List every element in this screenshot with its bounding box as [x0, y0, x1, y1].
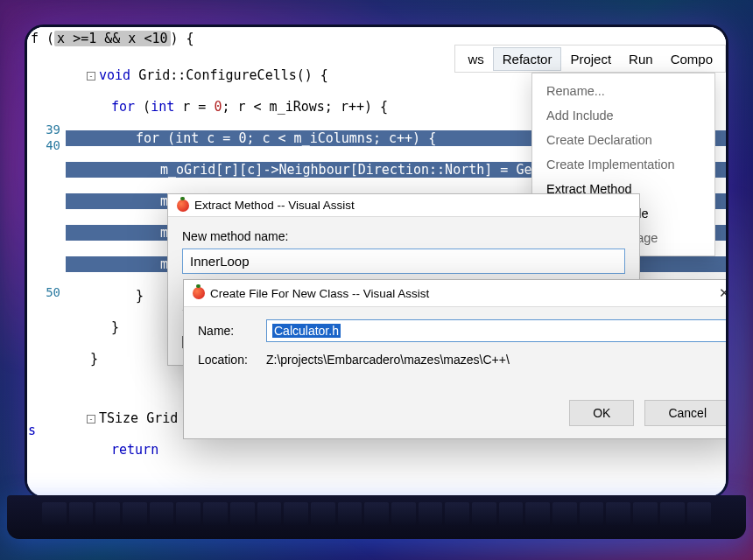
file-name-value: Calculator.h — [272, 324, 341, 338]
create-file-dialog[interactable]: Create File For New Class -- Visual Assi… — [183, 279, 728, 439]
code-text: return — [111, 442, 158, 458]
fold-icon[interactable]: - — [87, 415, 95, 424]
menu-create-declaration[interactable]: Create Declaration — [532, 128, 714, 152]
menu-bar[interactable]: ws Refactor Project Run Compo — [454, 45, 726, 73]
menu-item-run[interactable]: Run — [620, 48, 662, 70]
menu-item-ws[interactable]: ws — [459, 48, 492, 70]
dialog-title-text: Create File For New Class -- Visual Assi… — [210, 287, 429, 300]
line-number: 50 — [27, 284, 60, 300]
tomato-icon — [177, 200, 189, 212]
line-number: 39 — [27, 122, 60, 137]
line-number: 40 — [27, 137, 60, 153]
new-method-label: New method name: — [182, 229, 625, 243]
menu-add-include[interactable]: Add Include — [532, 103, 714, 128]
menu-item-refactor[interactable]: Refactor — [493, 47, 562, 71]
menu-create-implementation[interactable]: Create Implementation — [532, 152, 714, 177]
menu-rename[interactable]: Rename... — [532, 79, 714, 103]
tomato-icon — [193, 287, 205, 299]
cancel-button[interactable]: Cancel — [644, 400, 728, 426]
method-name-input[interactable] — [182, 248, 625, 274]
close-icon[interactable]: ✕ — [715, 285, 728, 301]
code-text: f ( — [31, 31, 54, 46]
dialog-titlebar[interactable]: Create File For New Class -- Visual Assi… — [184, 280, 728, 307]
cut-off-code-left: int cons — [25, 360, 36, 438]
dialog-title-text: Extract Method -- Visual Assist — [194, 199, 355, 212]
fold-icon[interactable]: - — [87, 72, 95, 80]
menu-item-component[interactable]: Compo — [662, 48, 721, 70]
location-label: Location: — [198, 353, 256, 367]
menu-item-project[interactable]: Project — [561, 48, 620, 70]
code-text: ) { — [171, 31, 194, 46]
laptop-screen: f ( x >=1 && x <10 ) { 39 40 50 -void Gr… — [25, 24, 728, 499]
dialog-titlebar[interactable]: Extract Method -- Visual Assist — [168, 194, 639, 217]
highlighted-condition: x >=1 && x <10 — [54, 31, 170, 46]
file-name-input[interactable]: Calculator.h — [266, 319, 728, 342]
laptop-base — [7, 495, 746, 539]
name-label: Name: — [198, 324, 256, 338]
location-value: Z:\projects\Embarcadero\mazes\mazes\C++\ — [266, 353, 510, 367]
ok-button[interactable]: OK — [569, 400, 634, 426]
laptop-keys — [42, 502, 711, 525]
